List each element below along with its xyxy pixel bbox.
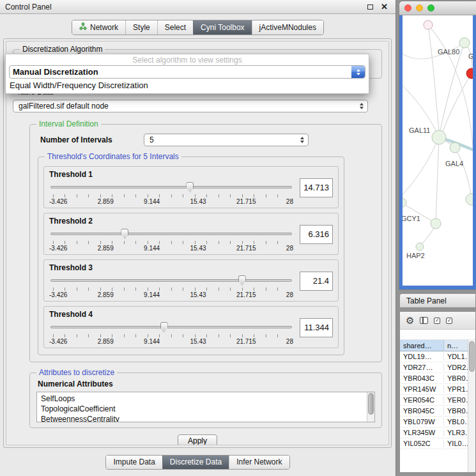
tab-label: Select [165, 23, 186, 32]
cyni-toolbox-panel: Discretization Algorithm Table Data galF… [3, 38, 392, 448]
function-builder-checkbox-icon[interactable]: ✓ [446, 318, 452, 324]
table-scrollbar[interactable] [468, 340, 475, 472]
network-node[interactable] [459, 38, 470, 48]
table-rows: YDL19… YDL1… YDR27… YDR2… YBR043C YBR0… … [400, 351, 475, 449]
window-title: Control Panel [5, 3, 52, 12]
table-toolbar: ⚙ ✓ ✓ [400, 312, 475, 330]
threshold-value-field[interactable]: 6.316 [300, 225, 333, 244]
cell-shared-name: YBR045C [400, 407, 444, 415]
network-node[interactable] [432, 130, 446, 144]
tab-label: Discretize Data [170, 457, 222, 466]
network-node[interactable] [424, 20, 433, 29]
minimize-traffic-light[interactable] [416, 4, 423, 12]
network-node[interactable] [466, 68, 473, 79]
network-edge[interactable] [440, 43, 464, 131]
network-window-titlebar [399, 1, 476, 15]
slider-scale: -3.426 2.859 9.144 15.43 21.715 28 [49, 338, 293, 345]
tab-network[interactable]: Network [72, 20, 125, 35]
slider-track [50, 279, 292, 282]
network-node[interactable] [416, 243, 424, 250]
threshold-label: Threshold 2 [49, 217, 293, 226]
bottom-tab-bar: Impute Data Discretize Data Infer Networ… [0, 455, 395, 470]
table-data-combobox[interactable]: galFiltered.sif default node [13, 100, 368, 112]
table-row[interactable]: YBL079W YBL0… [400, 417, 475, 427]
thresholds-coordinates-group: Threshold's Coordinates for 5 Intervals … [38, 157, 344, 355]
table-row[interactable]: YER054C YER0… [400, 395, 475, 406]
column-header-shared-name[interactable]: shared… [400, 340, 444, 351]
network-node[interactable] [466, 194, 473, 205]
tab-cyni-toolbox[interactable]: Cyni Toolbox [193, 20, 251, 35]
table-row[interactable]: YBR043C YBR0… [400, 373, 475, 384]
number-of-intervals-label: Number of Intervals [40, 135, 137, 144]
tab-style[interactable]: Style [125, 20, 157, 35]
threshold-slider[interactable] [49, 274, 293, 287]
list-scrollbar[interactable] [367, 392, 374, 422]
scale-label: 28 [286, 291, 293, 298]
tab-impute-data[interactable]: Impute Data [106, 456, 162, 469]
node-label: GAL11 [409, 127, 430, 134]
network-canvas[interactable]: GAL80GAGAL11GAL4GCY1HAP2 [403, 15, 473, 286]
slider-track [50, 326, 292, 328]
dropdown-placeholder: Select algorithm to view settings [6, 54, 369, 65]
table-row[interactable]: YIL052C YIL0… [400, 438, 475, 449]
number-of-intervals-combobox[interactable]: 5 [144, 134, 309, 146]
zoom-traffic-light[interactable] [427, 4, 434, 12]
slider-thumb[interactable] [160, 322, 168, 332]
close-traffic-light[interactable] [404, 4, 411, 12]
slider-ticks [53, 334, 289, 337]
threshold-value-field[interactable]: 14.713 [300, 178, 333, 197]
table-row[interactable]: YDR27… YDR2… [400, 362, 475, 373]
table-panel-window: ⚙ ✓ ✓ shared… n… YDL19… YDL1… YDR27… YDR… [399, 311, 476, 473]
dropdown-option-manual-discretization[interactable]: Manual Discretization [9, 65, 365, 79]
gear-icon[interactable]: ⚙ [406, 316, 414, 325]
close-window-button[interactable]: ✕ [381, 3, 388, 11]
threshold-slider[interactable] [49, 321, 293, 334]
threshold-label: Threshold 3 [49, 263, 293, 272]
tab-label: Cyni Toolbox [201, 23, 244, 32]
threshold-label: Threshold 4 [49, 310, 293, 319]
scale-label: 15.43 [190, 338, 206, 345]
tab-discretize-data[interactable]: Discretize Data [162, 456, 229, 469]
tab-infer-network[interactable]: Infer Network [229, 456, 289, 469]
node-label: GCY1 [403, 215, 420, 222]
network-edge[interactable] [455, 148, 472, 198]
scale-label: 9.144 [144, 245, 160, 252]
slider-thumb[interactable] [238, 275, 246, 286]
threshold-value-field[interactable]: 21.4 [300, 272, 333, 291]
tab-select[interactable]: Select [157, 20, 193, 35]
table-row[interactable]: YDL19… YDL1… [400, 351, 475, 362]
dropdown-option-equal-width-frequency[interactable]: Equal Width/Frequency Discretization [6, 79, 369, 91]
tab-label: Network [90, 23, 118, 32]
table-row[interactable]: YLR345W YLR3… [400, 427, 475, 438]
apply-button[interactable]: Apply [178, 434, 217, 445]
cell-shared-name: YDR27… [400, 364, 444, 371]
combo-stepper-icon [351, 66, 365, 78]
columns-icon[interactable] [420, 317, 428, 324]
float-window-button[interactable] [367, 4, 373, 10]
threshold-label: Threshold 1 [49, 170, 293, 179]
list-item[interactable]: BetweennessCentrality [41, 414, 365, 422]
network-edge[interactable] [436, 137, 439, 222]
threshold-panel: Threshold 3 -3.426 2.859 9.144 [43, 259, 339, 302]
scrollbar-thumb[interactable] [368, 393, 374, 415]
table-panel-title: Table Panel [406, 296, 447, 305]
list-item[interactable]: SelfLoops [41, 394, 365, 404]
table-row[interactable]: YBR045C YBR0… [400, 406, 475, 417]
network-edge[interactable] [428, 25, 439, 130]
scale-label: 28 [286, 198, 293, 205]
network-edge[interactable] [403, 137, 439, 194]
select-all-checkbox-icon[interactable]: ✓ [434, 318, 440, 324]
tab-jactivemnodules[interactable]: jActiveMNodules [252, 20, 323, 35]
scale-label: 9.144 [144, 198, 160, 205]
list-item[interactable]: TopologicalCoefficient [41, 404, 365, 414]
slider-thumb[interactable] [186, 182, 194, 192]
threshold-slider[interactable] [49, 227, 293, 240]
number-of-intervals-row: Number of Intervals 5 [36, 134, 375, 146]
table-row[interactable]: YPR145W YPR1… [400, 384, 475, 395]
network-node[interactable] [431, 219, 441, 229]
network-node[interactable] [450, 142, 460, 153]
threshold-slider[interactable] [49, 181, 293, 194]
slider-thumb[interactable] [121, 229, 128, 239]
scrollbar-thumb[interactable] [469, 341, 475, 372]
threshold-value-field[interactable]: 11.344 [300, 318, 333, 337]
